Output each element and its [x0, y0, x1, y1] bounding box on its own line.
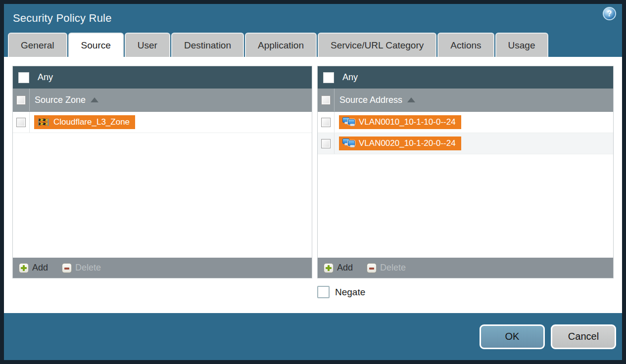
dialog-title: Security Policy Rule	[13, 12, 112, 25]
source-address-row-checkbox[interactable]	[321, 139, 331, 148]
address-icon	[342, 117, 355, 127]
tab-destination[interactable]: Destination	[171, 33, 244, 57]
source-address-add-button[interactable]: Add	[324, 263, 353, 273]
security-policy-rule-dialog: Security Policy Rule ? General Source Us…	[0, 0, 626, 364]
tab-user[interactable]: User	[125, 33, 170, 57]
tab-source[interactable]: Source	[68, 33, 124, 57]
source-zone-toolbar: Add Delete	[13, 258, 312, 278]
source-address-panel: Any Source Address VLAN0010_10-1-10-0--2…	[317, 66, 614, 278]
delete-minus-icon	[62, 263, 72, 273]
zone-icon	[38, 118, 49, 127]
negate-row: Negate	[317, 286, 622, 298]
source-zone-any-checkbox[interactable]	[18, 72, 29, 83]
source-panels: Any Source Zone Cloudflare_L3_Zone	[12, 66, 614, 278]
tab-bar: General Source User Destination Applicat…	[4, 33, 622, 57]
dialog-titlebar: Security Policy Rule ?	[4, 4, 622, 33]
source-address-select-all-checkbox[interactable]	[321, 95, 331, 105]
tab-usage[interactable]: Usage	[495, 33, 548, 57]
negate-checkbox[interactable]	[317, 286, 330, 298]
table-row: Cloudflare_L3_Zone	[13, 112, 312, 133]
tab-application[interactable]: Application	[245, 33, 317, 57]
add-plus-icon	[324, 263, 334, 273]
source-address-row-checkbox[interactable]	[321, 118, 331, 127]
source-zone-select-all-checkbox[interactable]	[16, 95, 26, 105]
source-zone-delete-button[interactable]: Delete	[62, 263, 101, 273]
source-address-item[interactable]: VLAN0010_10-1-10-0--24	[339, 115, 461, 129]
source-zone-any-header: Any	[13, 66, 312, 89]
tab-service-url-category[interactable]: Service/URL Category	[318, 33, 436, 57]
sort-ascending-icon	[407, 97, 415, 102]
source-zone-panel: Any Source Zone Cloudflare_L3_Zone	[12, 66, 312, 278]
add-plus-icon	[19, 263, 29, 273]
dialog-footer: OK Cancel	[4, 313, 622, 360]
source-zone-column-title[interactable]: Source Zone	[35, 95, 86, 105]
source-address-any-header: Any	[318, 66, 613, 89]
negate-label: Negate	[335, 287, 365, 298]
source-address-item-label: VLAN0020_10-1-20-0--24	[359, 138, 456, 148]
source-address-column-title[interactable]: Source Address	[339, 95, 402, 105]
tab-general[interactable]: General	[8, 33, 67, 57]
source-address-item[interactable]: VLAN0020_10-1-20-0--24	[339, 136, 461, 150]
source-zone-add-button[interactable]: Add	[19, 263, 48, 273]
source-zone-row-checkbox[interactable]	[16, 118, 26, 127]
ok-button[interactable]: OK	[480, 324, 545, 349]
delete-minus-icon	[367, 263, 377, 273]
source-zone-item-label: Cloudflare_L3_Zone	[53, 117, 130, 127]
source-address-column-header: Source Address	[318, 89, 613, 112]
source-address-list: VLAN0010_10-1-10-0--24 VLAN0020_10-1-20-…	[318, 112, 613, 258]
source-address-delete-button[interactable]: Delete	[367, 263, 406, 273]
source-address-any-label: Any	[342, 72, 358, 83]
sort-ascending-icon	[91, 97, 98, 102]
source-address-any-checkbox[interactable]	[323, 72, 334, 83]
cancel-button[interactable]: Cancel	[551, 324, 616, 349]
help-icon[interactable]: ?	[603, 7, 616, 20]
source-zone-any-label: Any	[38, 72, 53, 83]
table-row: VLAN0010_10-1-10-0--24	[318, 112, 613, 133]
source-zone-column-header: Source Zone	[13, 89, 312, 112]
source-zone-item[interactable]: Cloudflare_L3_Zone	[34, 115, 135, 129]
table-row: VLAN0020_10-1-20-0--24	[318, 133, 613, 154]
address-icon	[342, 138, 355, 148]
source-zone-list: Cloudflare_L3_Zone	[13, 112, 312, 258]
tab-content-source: Any Source Zone Cloudflare_L3_Zone	[4, 57, 622, 313]
tab-actions[interactable]: Actions	[437, 33, 494, 57]
source-address-toolbar: Add Delete	[318, 258, 613, 278]
source-address-item-label: VLAN0010_10-1-10-0--24	[359, 117, 456, 127]
